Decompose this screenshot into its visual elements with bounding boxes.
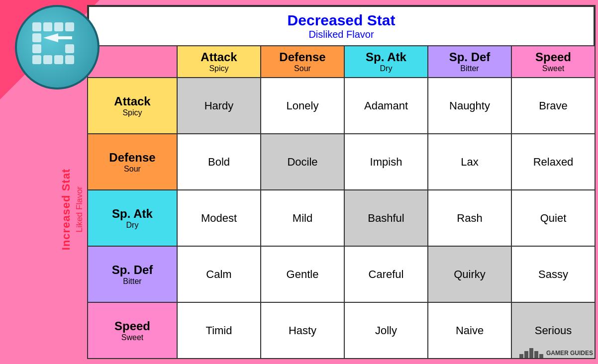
col-header-spdef: Sp. Def Bitter <box>428 46 512 78</box>
watermark: GAMER GUIDES <box>519 348 593 358</box>
cell-r0-c0: Hardy <box>178 78 261 133</box>
cell-r1-c3: Lax <box>428 134 512 189</box>
wm-bar-2 <box>524 351 528 358</box>
header-section: Decreased Stat Disliked Flavor <box>88 6 595 46</box>
side-label-container: Increased Stat Liked Flavor <box>57 60 87 359</box>
cell-r3-c3: Quirky <box>428 247 512 302</box>
cell-r4-c1: Hasty <box>261 303 345 358</box>
data-row-4: SpeedSweetTimidHastyJollyNaiveSerious <box>88 303 595 358</box>
svg-rect-10 <box>54 55 63 64</box>
cell-r0-c2: Adamant <box>345 78 428 133</box>
watermark-text: GAMER GUIDES <box>546 350 593 357</box>
wm-bars-icon <box>519 348 543 358</box>
increased-stat-label: Increased Stat <box>60 169 73 250</box>
cell-r3-c1: Gentle <box>261 247 345 302</box>
cell-r2-c2: Bashful <box>345 190 428 246</box>
cell-r2-c4: Quiet <box>512 190 595 246</box>
cell-r3-c0: Calm <box>178 247 261 302</box>
corner-cell <box>88 46 178 78</box>
svg-rect-0 <box>32 22 41 31</box>
data-row-1: DefenseSourBoldDocileImpishLaxRelaxed <box>88 134 595 190</box>
svg-rect-4 <box>32 33 41 42</box>
row-header-3: Sp. DefBitter <box>88 247 178 302</box>
col-header-speed: Speed Sweet <box>512 46 595 78</box>
cell-r0-c1: Lonely <box>261 78 345 133</box>
cell-r3-c2: Careful <box>345 247 428 302</box>
cell-r1-c1: Docile <box>261 134 345 189</box>
svg-marker-5 <box>43 33 72 42</box>
data-rows: AttackSpicyHardyLonelyAdamantNaughtyBrav… <box>88 78 595 358</box>
cell-r2-c3: Rash <box>428 190 512 246</box>
data-row-2: Sp. AtkDryModestMildBashfulRashQuiet <box>88 190 595 247</box>
svg-rect-7 <box>65 44 74 53</box>
table-border: Decreased Stat Disliked Flavor Attack Sp… <box>87 5 596 359</box>
svg-rect-3 <box>65 22 74 31</box>
data-row-0: AttackSpicyHardyLonelyAdamantNaughtyBrav… <box>88 78 595 134</box>
cell-r1-c0: Bold <box>178 134 261 189</box>
svg-rect-11 <box>65 55 74 64</box>
content-area: Increased Stat Liked Flavor Decreased St… <box>57 5 596 359</box>
col-header-attack: Attack Spicy <box>178 46 261 78</box>
svg-rect-8 <box>32 55 41 64</box>
wm-bar-5 <box>539 354 543 358</box>
cell-r0-c3: Naughty <box>428 78 512 133</box>
nature-table: Decreased Stat Disliked Flavor Attack Sp… <box>87 5 596 359</box>
disliked-flavor-subtitle: Disliked Flavor <box>94 29 589 40</box>
cell-r4-c0: Timid <box>178 303 261 358</box>
table-body: Attack Spicy Defense Sour Sp. Atk Dry Sp… <box>88 46 595 358</box>
cell-r4-c2: Jolly <box>345 303 428 358</box>
col-header-defense: Defense Sour <box>261 46 345 78</box>
svg-rect-2 <box>54 22 63 31</box>
cell-r3-c4: Sassy <box>512 247 595 302</box>
svg-rect-1 <box>43 22 52 31</box>
decreased-stat-title: Decreased Stat <box>94 12 589 29</box>
logo <box>15 5 100 90</box>
row-header-1: DefenseSour <box>88 134 178 189</box>
liked-flavor-label: Liked Flavor <box>75 186 85 233</box>
col-header-spatk: Sp. Atk Dry <box>345 46 428 78</box>
row-header-0: AttackSpicy <box>88 78 178 133</box>
wm-bar-3 <box>529 348 533 358</box>
cell-r1-c4: Relaxed <box>512 134 595 189</box>
data-row-3: Sp. DefBitterCalmGentleCarefulQuirkySass… <box>88 247 595 303</box>
row-header-4: SpeedSweet <box>88 303 178 358</box>
cell-r0-c4: Brave <box>512 78 595 133</box>
cell-r4-c3: Naive <box>428 303 512 358</box>
wm-bar-1 <box>519 354 523 358</box>
cell-r1-c2: Impish <box>345 134 428 189</box>
cell-r2-c1: Mild <box>261 190 345 246</box>
row-header-2: Sp. AtkDry <box>88 190 178 246</box>
col-headers-row: Attack Spicy Defense Sour Sp. Atk Dry Sp… <box>88 46 595 78</box>
svg-rect-9 <box>43 55 52 64</box>
cell-r2-c0: Modest <box>178 190 261 246</box>
wm-bar-4 <box>534 351 538 358</box>
svg-rect-6 <box>32 44 41 53</box>
